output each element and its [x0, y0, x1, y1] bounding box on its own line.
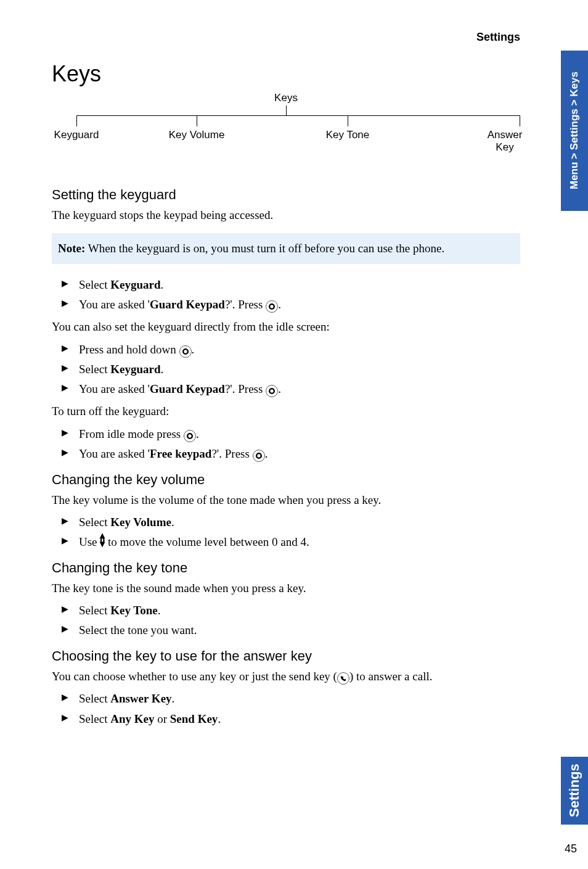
tree-branch-answer-key: Answer Key	[483, 129, 526, 154]
ok-key-icon	[179, 345, 192, 358]
text: Select	[79, 363, 110, 376]
paragraph: The key tone is the sound made when you …	[52, 580, 520, 598]
svg-point-4	[256, 453, 261, 458]
list-item: Select Key Tone.	[68, 601, 520, 620]
menu-tree-diagram: Keys Keyguard Key Volume Key Tone Answer…	[52, 92, 520, 160]
text: Select	[79, 516, 110, 529]
list-item: You are asked 'Guard Keypad?'. Press .	[68, 379, 520, 399]
section-heading-key-volume: Changing the key volume	[52, 472, 520, 488]
tree-branch-stem	[520, 115, 520, 126]
list-item: Select Answer Key.	[68, 689, 520, 709]
tree-branch-key-volume: Key Volume	[166, 129, 227, 141]
list-item: Select Any Key or Send Key.	[68, 709, 520, 729]
note-label: Note:	[58, 242, 85, 255]
paragraph: The keyguard stops the keypad being acce…	[52, 207, 520, 224]
paragraph: You can choose whether to use any key or…	[52, 668, 520, 686]
section-heading-keyguard: Setting the keyguard	[52, 187, 520, 203]
svg-point-3	[187, 434, 192, 439]
list-item: From idle mode press .	[68, 424, 520, 444]
breadcrumb-tab: Menu > Settings > Keys	[561, 51, 588, 211]
step-list: Select Key Volume. Use ▴o▾ to move the v…	[52, 513, 520, 553]
text: You can choose whether to use any key or…	[52, 670, 337, 683]
menu-name: Keyguard	[110, 278, 160, 291]
text: ?'. Press	[211, 447, 252, 460]
step-list: Select Keyguard. You are asked 'Guard Ke…	[52, 275, 520, 315]
prompt-text: Guard Keypad	[150, 382, 225, 395]
menu-name: Key Tone	[110, 604, 158, 617]
tree-stem	[286, 105, 287, 115]
tree-branch-stem	[348, 115, 348, 126]
text: to move the volume level between 0 and 4…	[105, 535, 309, 548]
text: .	[218, 712, 221, 725]
ok-key-icon	[266, 300, 278, 313]
tree-root-label: Keys	[274, 92, 298, 104]
section-heading-answer-key: Choosing the key to use for the answer k…	[52, 648, 520, 664]
text: You are asked '	[79, 298, 150, 311]
step-list: Press and hold down . Select Keyguard. Y…	[52, 340, 520, 400]
text: Select	[79, 692, 110, 705]
svg-point-2	[269, 389, 274, 393]
note-callout: Note: When the keyguard is on, you must …	[52, 233, 520, 264]
text: From idle mode press	[79, 427, 184, 440]
svg-point-0	[269, 304, 274, 309]
text: .	[160, 278, 163, 291]
text: .	[278, 382, 281, 395]
option-name: Any Key	[110, 712, 154, 725]
ok-key-icon	[184, 430, 196, 442]
list-item: You are asked 'Free keypad?'. Press .	[68, 444, 520, 464]
text: .	[158, 604, 161, 617]
paragraph: The key volume is the volume of the tone…	[52, 492, 520, 509]
prompt-text: Guard Keypad	[150, 298, 225, 311]
menu-name: Answer Key	[110, 692, 171, 705]
svg-point-1	[183, 349, 188, 354]
tree-branch-stem	[76, 115, 77, 126]
text: .	[160, 363, 163, 376]
text: .	[265, 447, 268, 460]
text: .	[171, 516, 174, 529]
header-section: Settings	[52, 31, 520, 44]
text: You are asked '	[79, 447, 150, 460]
step-list: From idle mode press . You are asked 'Fr…	[52, 424, 520, 464]
text: or	[154, 712, 169, 725]
section-heading-key-tone: Changing the key tone	[52, 560, 520, 576]
tree-branch-keyguard: Keyguard	[52, 129, 101, 141]
option-name: Send Key	[170, 712, 218, 725]
send-key-icon	[337, 672, 349, 685]
step-list: Select Answer Key. Select Any Key or Sen…	[52, 689, 520, 729]
note-text: When the keyguard is on, you must turn i…	[85, 242, 444, 255]
text: Use	[79, 535, 100, 548]
text: .	[196, 427, 199, 440]
menu-name: Keyguard	[110, 363, 160, 376]
page-number: 45	[565, 842, 577, 855]
text: Select	[79, 604, 110, 617]
page-title: Keys	[52, 61, 520, 87]
list-item: Use ▴o▾ to move the volume level between…	[68, 532, 520, 552]
text: .	[192, 343, 195, 356]
ok-key-icon	[266, 385, 278, 397]
text: ?'. Press	[225, 298, 266, 311]
list-item: Select Keyguard.	[68, 360, 520, 379]
text: Press and hold down	[79, 343, 179, 356]
tree-horizontal-bar	[76, 115, 520, 116]
ok-key-icon	[253, 450, 265, 462]
text: .	[278, 298, 281, 311]
tree-branch-key-tone: Key Tone	[323, 129, 372, 141]
prompt-text: Free keypad	[150, 447, 211, 460]
list-item: Select the tone you want.	[68, 620, 520, 640]
text: .	[172, 692, 175, 705]
section-tab: Settings	[561, 757, 588, 825]
text: ?'. Press	[225, 382, 266, 395]
list-item: Select Keyguard.	[68, 275, 520, 295]
text: You are asked '	[79, 382, 150, 395]
paragraph: You can also set the keyguard directly f…	[52, 318, 520, 336]
list-item: Press and hold down .	[68, 340, 520, 360]
tree-branch-stem	[197, 115, 197, 126]
menu-name: Key Volume	[110, 516, 171, 529]
side-tab-bar: Menu > Settings > Keys Settings	[561, 51, 588, 825]
step-list: Select Key Tone. Select the tone you wan…	[52, 601, 520, 641]
list-item: Select Key Volume.	[68, 513, 520, 532]
paragraph: To turn off the keyguard:	[52, 403, 520, 421]
text: Select	[79, 278, 110, 291]
list-item: You are asked 'Guard Keypad?'. Press .	[68, 295, 520, 315]
text: ) to answer a call.	[349, 670, 433, 683]
